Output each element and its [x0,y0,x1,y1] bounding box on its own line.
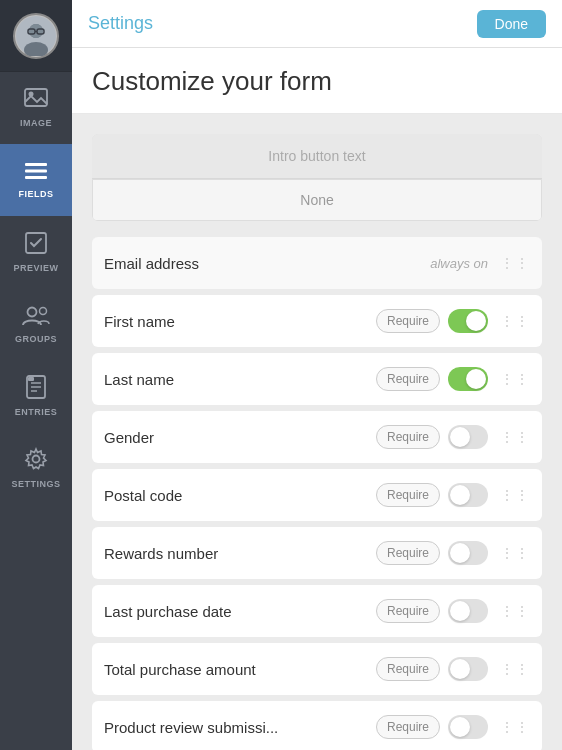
image-icon [24,88,48,114]
form-content: Intro button text None Email addressalwa… [72,114,562,750]
toggle-last_name[interactable] [448,367,488,391]
settings-icon [24,447,48,475]
avatar-container [0,0,72,72]
toggle-knob-total_purchase_amount [450,659,470,679]
field-controls-rewards_number: Require⋮⋮ [376,541,530,565]
toggle-last_purchase_date[interactable] [448,599,488,623]
field-row-postal_code: Postal codeRequire⋮⋮ [92,469,542,521]
field-controls-last_name: Require⋮⋮ [376,367,530,391]
avatar [13,13,59,59]
drag-handle-gender[interactable]: ⋮⋮ [496,429,530,445]
field-label-last_name: Last name [104,371,174,388]
require-button-last_purchase_date[interactable]: Require [376,599,440,623]
toggle-first_name[interactable] [448,309,488,333]
entries-icon [25,375,47,403]
toggle-knob-first_name [466,311,486,331]
drag-handle-first_name[interactable]: ⋮⋮ [496,313,530,329]
drag-handle-email[interactable]: ⋮⋮ [496,255,530,271]
page-title: Customize your form [92,66,542,97]
header: Settings Done [72,0,562,48]
svg-rect-19 [28,377,34,381]
svg-point-14 [40,308,47,315]
sidebar-item-entries[interactable]: ENTRIES [0,360,72,432]
require-button-product_review[interactable]: Require [376,715,440,739]
drag-handle-postal_code[interactable]: ⋮⋮ [496,487,530,503]
drag-handle-rewards_number[interactable]: ⋮⋮ [496,545,530,561]
toggle-postal_code[interactable] [448,483,488,507]
field-row-rewards_number: Rewards numberRequire⋮⋮ [92,527,542,579]
field-row-product_review: Product review submissi...Require⋮⋮ [92,701,542,750]
field-row-last_purchase_date: Last purchase dateRequire⋮⋮ [92,585,542,637]
require-button-first_name[interactable]: Require [376,309,440,333]
require-button-total_purchase_amount[interactable]: Require [376,657,440,681]
fields-container: Email addressalways on⋮⋮First nameRequir… [92,237,542,750]
sidebar-item-fields[interactable]: FIELDS [0,144,72,216]
main-content: Settings Done Customize your form Intro … [72,0,562,750]
field-label-total_purchase_amount: Total purchase amount [104,661,256,678]
field-controls-last_purchase_date: Require⋮⋮ [376,599,530,623]
field-controls-postal_code: Require⋮⋮ [376,483,530,507]
field-label-first_name: First name [104,313,175,330]
drag-handle-last_purchase_date[interactable]: ⋮⋮ [496,603,530,619]
sidebar-item-entries-label: ENTRIES [15,407,58,417]
require-button-gender[interactable]: Require [376,425,440,449]
field-controls-gender: Require⋮⋮ [376,425,530,449]
toggle-total_purchase_amount[interactable] [448,657,488,681]
toggle-rewards_number[interactable] [448,541,488,565]
field-label-gender: Gender [104,429,154,446]
svg-rect-10 [25,170,47,173]
sidebar-item-image-label: IMAGE [20,118,52,128]
svg-point-13 [28,308,37,317]
field-label-product_review: Product review submissi... [104,719,278,736]
sidebar-item-groups[interactable]: GROUPS [0,288,72,360]
field-controls-email: always on⋮⋮ [430,255,530,271]
require-button-rewards_number[interactable]: Require [376,541,440,565]
require-button-last_name[interactable]: Require [376,367,440,391]
always-on-label-email: always on [430,256,488,271]
drag-handle-last_name[interactable]: ⋮⋮ [496,371,530,387]
intro-button-text: Intro button text [92,134,542,179]
sidebar-item-preview[interactable]: PREVIEW [0,216,72,288]
intro-none-label: None [92,179,542,221]
field-label-postal_code: Postal code [104,487,182,504]
field-controls-total_purchase_amount: Require⋮⋮ [376,657,530,681]
sidebar-item-fields-label: FIELDS [18,189,53,199]
sidebar-item-groups-label: GROUPS [15,334,57,344]
svg-rect-9 [25,163,47,166]
require-button-postal_code[interactable]: Require [376,483,440,507]
sidebar-item-preview-label: PREVIEW [13,263,58,273]
sidebar-item-settings-label: SETTINGS [11,479,60,489]
toggle-knob-last_purchase_date [450,601,470,621]
groups-icon [22,304,50,330]
drag-handle-product_review[interactable]: ⋮⋮ [496,719,530,735]
toggle-product_review[interactable] [448,715,488,739]
toggle-knob-gender [450,427,470,447]
field-row-first_name: First nameRequire⋮⋮ [92,295,542,347]
intro-area: Intro button text None [92,134,542,221]
toggle-knob-product_review [450,717,470,737]
field-row-email: Email addressalways on⋮⋮ [92,237,542,289]
field-row-total_purchase_amount: Total purchase amountRequire⋮⋮ [92,643,542,695]
sidebar-item-settings[interactable]: SETTINGS [0,432,72,504]
svg-point-20 [33,456,40,463]
preview-icon [24,231,48,259]
toggle-knob-last_name [466,369,486,389]
toggle-knob-postal_code [450,485,470,505]
field-label-email: Email address [104,255,199,272]
svg-rect-11 [25,176,47,179]
field-row-gender: GenderRequire⋮⋮ [92,411,542,463]
drag-handle-total_purchase_amount[interactable]: ⋮⋮ [496,661,530,677]
done-button[interactable]: Done [477,10,546,38]
toggle-knob-rewards_number [450,543,470,563]
sidebar: IMAGE FIELDS PREVIEW [0,0,72,750]
page-title-area: Customize your form [72,48,562,114]
field-row-last_name: Last nameRequire⋮⋮ [92,353,542,405]
field-controls-product_review: Require⋮⋮ [376,715,530,739]
toggle-gender[interactable] [448,425,488,449]
field-label-rewards_number: Rewards number [104,545,218,562]
field-label-last_purchase_date: Last purchase date [104,603,232,620]
sidebar-item-image[interactable]: IMAGE [0,72,72,144]
field-controls-first_name: Require⋮⋮ [376,309,530,333]
header-title: Settings [88,13,153,34]
fields-icon [24,161,48,185]
